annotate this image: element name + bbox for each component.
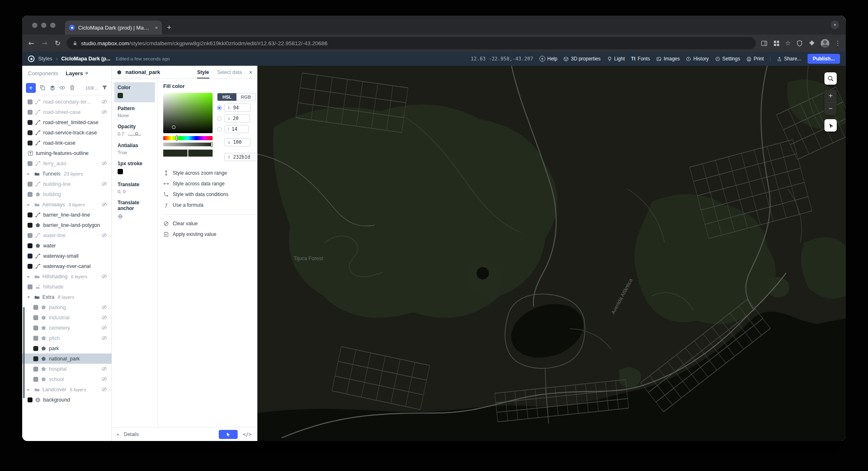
duplicate-layer-icon[interactable] — [39, 85, 46, 91]
layer-item-waterway-small[interactable]: waterway-small — [22, 251, 111, 261]
visibility-off-icon[interactable] — [101, 376, 107, 382]
layer-item-road-street_limited-case[interactable]: road-street_limited-case — [22, 117, 111, 127]
s-input[interactable] — [233, 115, 247, 121]
visibility-off-icon[interactable] — [101, 232, 107, 238]
prop-translate[interactable]: Translate 0, 0 — [114, 179, 155, 196]
layer-item-industrial[interactable]: industrial — [22, 312, 111, 323]
reload-button[interactable]: ↻ — [53, 39, 62, 47]
layer-group-Tunnels[interactable]: ▸Tunnels23 layers — [22, 169, 111, 179]
map-search-button[interactable] — [824, 72, 837, 85]
action-apply[interactable]: Apply existing value — [163, 229, 258, 240]
extensions-puzzle-icon[interactable] — [808, 40, 815, 47]
browser-tab[interactable]: CicloMapa Dark (prod) | Mapb... × — [65, 21, 162, 35]
layer-group-Aeroways[interactable]: ▸Aeroways3 layers — [22, 199, 111, 210]
close-window-button[interactable] — [32, 23, 37, 28]
delete-layer-icon[interactable] — [69, 85, 75, 91]
layer-item-cemetery[interactable]: cemetery — [22, 323, 111, 333]
visibility-off-icon[interactable] — [101, 109, 107, 115]
help-button[interactable]: ?Help — [539, 56, 558, 62]
layer-item-road-link-case[interactable]: road-link-case — [22, 138, 111, 148]
caret-icon[interactable]: ▸ — [28, 387, 32, 392]
h-radio[interactable] — [217, 106, 222, 110]
settings-button[interactable]: Settings — [715, 56, 740, 62]
group-layers-icon[interactable] — [49, 85, 56, 91]
filter-funnel-icon[interactable] — [102, 85, 108, 91]
window-controls[interactable] — [32, 23, 56, 28]
scrollbar-thumb[interactable] — [23, 307, 25, 398]
l-radio[interactable] — [217, 127, 222, 132]
layer-item-national_park[interactable]: national_park — [22, 353, 111, 364]
layer-item-water[interactable]: water — [22, 240, 111, 251]
prop-translate-anchor[interactable]: Translate anchor — [114, 197, 155, 222]
tab-close-icon[interactable]: × — [155, 25, 158, 31]
layer-item-barrier_line-land-polygon[interactable]: barrier_line-land-polygon — [22, 220, 111, 230]
layer-item-building-line[interactable]: building-line — [22, 179, 111, 189]
toggle-visibility-icon[interactable] — [59, 85, 65, 91]
new-tab-button[interactable]: + — [167, 23, 171, 32]
forward-button[interactable]: → — [40, 39, 49, 47]
sv-gradient[interactable] — [163, 93, 213, 133]
visibility-off-icon[interactable] — [101, 201, 107, 208]
tab-search-button[interactable]: ▾ — [831, 21, 839, 29]
details-expander[interactable]: ▸Details — [117, 432, 214, 437]
visibility-off-icon[interactable] — [101, 314, 107, 321]
visibility-off-icon[interactable] — [101, 366, 107, 372]
select-mode-button[interactable] — [219, 430, 238, 439]
zoom-window-button[interactable] — [50, 23, 56, 28]
visibility-off-icon[interactable] — [101, 325, 107, 331]
minimize-window-button[interactable] — [41, 23, 46, 28]
share-button[interactable]: Share... — [777, 56, 801, 62]
visibility-off-icon[interactable] — [101, 160, 107, 166]
visibility-off-icon[interactable] — [101, 304, 107, 310]
l-input-box[interactable]: l — [225, 125, 249, 133]
fonts-button[interactable]: TtFonts — [631, 56, 650, 62]
link-conditions[interactable]: Style with data conditions — [163, 189, 258, 200]
visibility-off-icon[interactable] — [101, 386, 107, 392]
color-swatch[interactable] — [118, 93, 123, 98]
caret-icon[interactable]: ▸ — [28, 171, 32, 176]
h-input[interactable] — [233, 105, 247, 111]
reading-list-icon[interactable] — [761, 40, 768, 47]
link-datarange[interactable]: Style across data range — [163, 178, 258, 189]
shield-extension-icon[interactable] — [796, 40, 803, 47]
layer-item-water-line[interactable]: water-line — [22, 230, 111, 240]
3d-properties-button[interactable]: 3D properties — [563, 56, 600, 62]
prop-pattern[interactable]: Pattern None — [114, 103, 155, 120]
prop-antialias[interactable]: Antialias True — [114, 140, 155, 157]
layer-item-pitch[interactable]: pitch — [22, 333, 111, 343]
rgb-toggle[interactable]: RGB — [236, 93, 255, 101]
action-clear[interactable]: Clear value — [163, 218, 258, 229]
layer-item-road-service-track-case[interactable]: road-service-track-case — [22, 127, 111, 138]
mapbox-logo[interactable] — [28, 55, 35, 62]
caret-icon[interactable]: ▾ — [28, 295, 32, 299]
layer-item-building[interactable]: building — [22, 189, 111, 199]
layer-item-parking[interactable]: parking — [22, 302, 111, 312]
s-radio[interactable] — [217, 116, 222, 121]
map-canvas[interactable]: + − Tijuca ForestAvenida Atlântica — [257, 66, 846, 441]
zoom-in-button[interactable]: + — [824, 90, 837, 102]
layer-item-turning-features-outline[interactable]: turning-features-outline — [22, 148, 111, 158]
alpha-slider[interactable] — [163, 143, 213, 146]
previous-color-swatch[interactable] — [188, 150, 213, 157]
alpha-input-box[interactable]: a — [225, 138, 250, 146]
h-input-box[interactable]: h — [225, 104, 250, 112]
caret-icon[interactable]: ▸ — [28, 202, 32, 207]
view-code-button[interactable]: </> — [243, 432, 252, 437]
zoom-out-button[interactable]: − — [824, 103, 837, 115]
layer-item-ferry_auto[interactable]: ferry_auto — [22, 158, 111, 169]
hex-input[interactable] — [233, 154, 255, 160]
layer-item-background[interactable]: background — [22, 395, 111, 405]
layer-item-road-secondary-ter...[interactable]: road-secondary-ter... — [22, 97, 111, 107]
hex-input-box[interactable]: # — [225, 153, 258, 161]
stroke-swatch[interactable] — [118, 169, 123, 174]
visibility-off-icon[interactable] — [101, 273, 107, 279]
layer-item-road-street-case[interactable]: road-street-case — [22, 107, 111, 117]
alpha-slider-handle[interactable] — [211, 142, 213, 147]
tab-components[interactable]: Components — [28, 70, 58, 76]
tab-layers[interactable]: Layers — [66, 70, 88, 76]
layer-group-Extra[interactable]: ▾Extra8 layers — [22, 292, 111, 302]
publish-button[interactable]: Publish... — [808, 54, 840, 64]
hue-slider-handle[interactable] — [176, 135, 178, 141]
layer-item-park[interactable]: park — [22, 343, 111, 353]
prop-opacity[interactable]: Opacity 0.7 — [114, 121, 155, 139]
